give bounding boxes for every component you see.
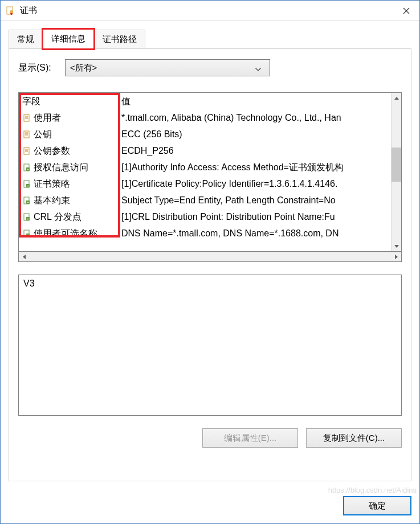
titlebar: 证书 <box>1 1 419 21</box>
vertical-scrollbar[interactable] <box>391 93 401 251</box>
tab-details[interactable]: 详细信息 <box>43 29 94 49</box>
field-name: 公钥 <box>34 126 52 142</box>
svg-text:+: + <box>27 167 29 171</box>
field-cell: +证书策略 <box>22 175 121 192</box>
dialog-footer: 确定 <box>1 489 419 523</box>
scroll-up-icon[interactable] <box>392 93 401 103</box>
field-name: 基本约束 <box>34 192 70 208</box>
table-row[interactable]: 使用者*.tmall.com, Alibaba (China) Technolo… <box>19 109 391 126</box>
svg-rect-2 <box>24 114 29 121</box>
field-value: *.tmall.com, Alibaba (China) Technology … <box>121 109 391 126</box>
document-icon <box>22 146 31 155</box>
field-cell: +授权信息访问 <box>22 159 121 175</box>
field-cell: 公钥 <box>22 126 121 142</box>
extension-icon: + <box>22 163 31 172</box>
field-name: 使用者可选名称 <box>34 225 97 241</box>
svg-rect-6 <box>24 131 29 138</box>
svg-text:+: + <box>27 234 29 237</box>
table-row[interactable]: +基本约束Subject Type=End Entity, Path Lengt… <box>19 192 391 208</box>
field-cell: +CRL 分发点 <box>22 208 121 225</box>
table-row[interactable]: +授权信息访问[1]Authority Info Access: Access … <box>19 159 391 175</box>
table-row[interactable]: +使用者可选名称DNS Name=*.tmall.com, DNS Name=*… <box>19 225 391 241</box>
extension-icon: + <box>22 229 31 238</box>
field-cell: +使用者可选名称 <box>22 225 121 241</box>
show-select-value: <所有> <box>70 63 97 73</box>
field-value: DNS Name=*.tmall.com, DNS Name=*.1688.co… <box>121 225 391 241</box>
horizontal-scrollbar[interactable] <box>18 252 402 262</box>
field-value: ECDH_P256 <box>121 142 391 159</box>
tab-panel-details: 显示(S): <所有> 字段 值 使用者*.t <box>9 48 411 481</box>
field-name: 公钥参数 <box>34 142 70 159</box>
window-title: 证书 <box>20 5 37 16</box>
col-header-value: 值 <box>121 93 391 109</box>
scroll-right-icon[interactable] <box>391 252 401 261</box>
table-row[interactable]: +证书策略[1]Certificate Policy:Policy Identi… <box>19 175 391 192</box>
table-header: 字段 值 <box>19 93 391 109</box>
close-button[interactable] <box>393 1 419 21</box>
fields-table-wrap: 字段 值 使用者*.tmall.com, Alibaba (China) Tec… <box>18 92 402 262</box>
field-value: [1]Authority Info Access: Access Method=… <box>121 159 391 175</box>
filter-row: 显示(S): <所有> <box>18 59 402 76</box>
tab-cert-path[interactable]: 证书路径 <box>94 30 145 49</box>
col-header-field: 字段 <box>22 93 121 109</box>
field-cell: 使用者 <box>22 109 121 126</box>
field-name: CRL 分发点 <box>34 208 81 225</box>
field-cell: +基本约束 <box>22 192 121 208</box>
svg-text:+: + <box>27 217 29 220</box>
filter-label: 显示(S): <box>18 62 51 74</box>
field-value: ECC (256 Bits) <box>121 126 391 142</box>
fields-table[interactable]: 字段 值 使用者*.tmall.com, Alibaba (China) Tec… <box>18 92 402 252</box>
document-icon <box>22 130 31 139</box>
field-name: 使用者 <box>34 109 61 126</box>
field-detail-textbox[interactable]: V3 <box>18 275 402 416</box>
svg-text:+: + <box>27 200 29 204</box>
field-detail-value: V3 <box>23 279 35 288</box>
show-select[interactable]: <所有> <box>65 59 270 76</box>
field-value: [1]CRL Distribution Point: Distribution … <box>121 208 391 225</box>
table-row[interactable]: +CRL 分发点[1]CRL Distribution Point: Distr… <box>19 208 391 225</box>
field-name: 证书策略 <box>34 175 70 192</box>
tab-strip: 常规 详细信息 证书路径 <box>9 28 411 48</box>
scroll-left-icon[interactable] <box>19 252 29 261</box>
content-area: 常规 详细信息 证书路径 显示(S): <所有> <box>1 21 419 489</box>
certificate-icon <box>5 6 15 16</box>
table-row[interactable]: 公钥参数ECDH_P256 <box>19 142 391 159</box>
button-row: 编辑属性(E)... 复制到文件(C)... <box>18 428 402 448</box>
extension-icon: + <box>22 179 31 189</box>
svg-text:+: + <box>27 184 29 187</box>
chevron-down-icon <box>251 63 265 73</box>
tab-general[interactable]: 常规 <box>9 30 43 49</box>
extension-icon: + <box>22 196 31 205</box>
extension-icon: + <box>22 212 31 222</box>
field-value: [1]Certificate Policy:Policy Identifier=… <box>121 175 391 192</box>
field-cell: 公钥参数 <box>22 142 121 159</box>
scroll-thumb[interactable] <box>392 148 401 182</box>
svg-rect-10 <box>24 148 29 154</box>
ok-button[interactable]: 确定 <box>343 496 411 515</box>
field-value: Subject Type=End Entity, Path Length Con… <box>121 192 391 208</box>
edit-properties-button: 编辑属性(E)... <box>202 428 298 448</box>
copy-to-file-button[interactable]: 复制到文件(C)... <box>306 428 402 448</box>
certificate-dialog: 证书 常规 详细信息 证书路径 显示(S): <所有> <box>0 0 420 524</box>
table-row[interactable]: 公钥ECC (256 Bits) <box>19 126 391 142</box>
field-name: 授权信息访问 <box>34 159 88 175</box>
scroll-down-icon[interactable] <box>392 241 401 251</box>
document-icon <box>22 113 31 122</box>
